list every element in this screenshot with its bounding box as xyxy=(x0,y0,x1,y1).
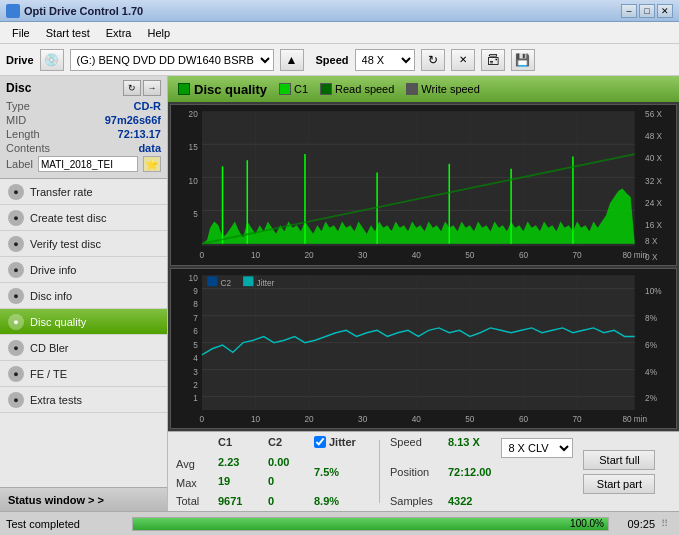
start-full-button[interactable]: Start full xyxy=(583,450,655,470)
svg-text:60: 60 xyxy=(519,250,528,261)
charts-container: 20 15 10 5 0 10 20 30 40 50 60 70 80 min… xyxy=(168,102,679,431)
nav-icon-drive-info: ● xyxy=(8,262,24,278)
nav-item-transfer-rate[interactable]: ●Transfer rate xyxy=(0,179,167,205)
menu-file[interactable]: File xyxy=(4,25,38,41)
nav-label-verify-test-disc: Verify test disc xyxy=(30,238,101,250)
type-value: CD-R xyxy=(134,100,162,112)
svg-text:48 X: 48 X xyxy=(645,131,662,142)
stats-jitter-col: Jitter 7.5% 8.9% xyxy=(314,436,369,507)
nav-item-create-test-disc[interactable]: ●Create test disc xyxy=(0,205,167,231)
minimize-button[interactable]: – xyxy=(621,4,637,18)
close-button[interactable]: ✕ xyxy=(657,4,673,18)
mid-label: MID xyxy=(6,114,26,126)
legend-c1-box xyxy=(279,83,291,95)
legend-write-box xyxy=(406,83,418,95)
menu-extra[interactable]: Extra xyxy=(98,25,140,41)
legend-read-label: Read speed xyxy=(335,83,394,95)
drive-label: Drive xyxy=(6,54,34,66)
start-part-button[interactable]: Start part xyxy=(583,474,655,494)
nav-item-extra-tests[interactable]: ●Extra tests xyxy=(0,387,167,413)
svg-text:5: 5 xyxy=(193,338,198,349)
stats-labels-col: Avg Max Total xyxy=(176,436,208,507)
svg-text:6%: 6% xyxy=(645,338,657,349)
jitter-checkbox[interactable] xyxy=(314,436,326,448)
nav-label-drive-info: Drive info xyxy=(30,264,76,276)
c2-col-header: C2 xyxy=(268,436,304,448)
erase-icon[interactable]: ✕ xyxy=(451,49,475,71)
nav-label-disc-quality: Disc quality xyxy=(30,316,86,328)
right-panel: Disc quality C1 Read speed Write speed xyxy=(168,76,679,511)
nav-item-drive-info[interactable]: ●Drive info xyxy=(0,257,167,283)
svg-text:6: 6 xyxy=(193,325,198,336)
nav-label-transfer-rate: Transfer rate xyxy=(30,186,93,198)
nav-item-disc-quality[interactable]: ●Disc quality xyxy=(0,309,167,335)
drive-icon: 💿 xyxy=(40,49,64,71)
svg-rect-57 xyxy=(207,276,217,286)
svg-text:C2: C2 xyxy=(220,277,231,288)
disc-contents-row: Contents data xyxy=(6,142,161,154)
svg-text:24 X: 24 X xyxy=(645,197,662,208)
chart-title: Disc quality xyxy=(194,82,267,97)
total-c1: 9671 xyxy=(218,495,258,507)
svg-text:0 X: 0 X xyxy=(645,251,657,262)
nav-item-disc-info[interactable]: ●Disc info xyxy=(0,283,167,309)
svg-text:15: 15 xyxy=(189,142,198,153)
max-label: Max xyxy=(176,477,208,489)
max-jitter: 8.9% xyxy=(314,495,369,507)
max-c1: 19 xyxy=(218,475,258,487)
drive-select[interactable]: (G:) BENQ DVD DD DW1640 BSRB xyxy=(70,49,274,71)
nav-icon-transfer-rate: ● xyxy=(8,184,24,200)
nav-item-cd-bler[interactable]: ●CD Bler xyxy=(0,335,167,361)
svg-rect-59 xyxy=(243,276,253,286)
status-toggle[interactable]: Status window > > xyxy=(0,487,167,511)
contents-value: data xyxy=(138,142,161,154)
svg-text:5: 5 xyxy=(193,208,198,219)
nav-item-fe-te[interactable]: ●FE / TE xyxy=(0,361,167,387)
clv-col: 8 X CLV xyxy=(501,436,573,507)
disc-arrow-button[interactable]: → xyxy=(143,80,161,96)
window-controls: – □ ✕ xyxy=(621,4,673,18)
menu-bar: File Start test Extra Help xyxy=(0,22,679,44)
nav-item-verify-test-disc[interactable]: ●Verify test disc xyxy=(0,231,167,257)
speed-select[interactable]: 48 X xyxy=(355,49,415,71)
svg-text:20: 20 xyxy=(305,413,314,424)
contents-label: Contents xyxy=(6,142,50,154)
disc-refresh-button[interactable]: ↻ xyxy=(123,80,141,96)
svg-text:10: 10 xyxy=(251,413,260,424)
disc-section: Disc ↻ → Type CD-R MID 97m26s66f Length … xyxy=(0,76,167,179)
disc-label-icon[interactable]: ⭐ xyxy=(143,156,161,172)
stats-separator-1 xyxy=(379,440,380,503)
maximize-button[interactable]: □ xyxy=(639,4,655,18)
nav-label-fe-te: FE / TE xyxy=(30,368,67,380)
svg-text:10: 10 xyxy=(189,272,198,283)
nav-label-cd-bler: CD Bler xyxy=(30,342,69,354)
svg-text:2: 2 xyxy=(193,379,198,390)
stats-c1-col: C1 2.23 19 9671 xyxy=(218,436,258,507)
avg-c2: 0.00 xyxy=(268,456,304,468)
burn-icon[interactable]: 🖆 xyxy=(481,49,505,71)
svg-text:8 X: 8 X xyxy=(645,235,657,246)
svg-text:50: 50 xyxy=(465,413,474,424)
svg-text:7: 7 xyxy=(193,311,198,322)
svg-text:4: 4 xyxy=(193,352,198,363)
svg-text:4%: 4% xyxy=(645,365,657,376)
nav-icon-fe-te: ● xyxy=(8,366,24,382)
svg-text:20: 20 xyxy=(189,109,198,120)
start-buttons: Start full Start part xyxy=(583,436,655,507)
svg-text:40: 40 xyxy=(412,250,421,261)
menu-start-test[interactable]: Start test xyxy=(38,25,98,41)
menu-help[interactable]: Help xyxy=(139,25,178,41)
refresh-icon[interactable]: ↻ xyxy=(421,49,445,71)
eject-icon[interactable]: ▲ xyxy=(280,49,304,71)
svg-text:60: 60 xyxy=(519,413,528,424)
chart-header: Disc quality C1 Read speed Write speed xyxy=(168,76,679,102)
disc-label-label: Label xyxy=(6,158,33,170)
speed-value: 8.13 X xyxy=(448,436,480,448)
nav-icon-cd-bler: ● xyxy=(8,340,24,356)
jitter-col-header: Jitter xyxy=(329,436,356,448)
disc-label-input[interactable] xyxy=(38,156,138,172)
clv-select[interactable]: 8 X CLV xyxy=(501,438,573,458)
save-icon[interactable]: 💾 xyxy=(511,49,535,71)
nav-icon-extra-tests: ● xyxy=(8,392,24,408)
disc-length-row: Length 72:13.17 xyxy=(6,128,161,140)
